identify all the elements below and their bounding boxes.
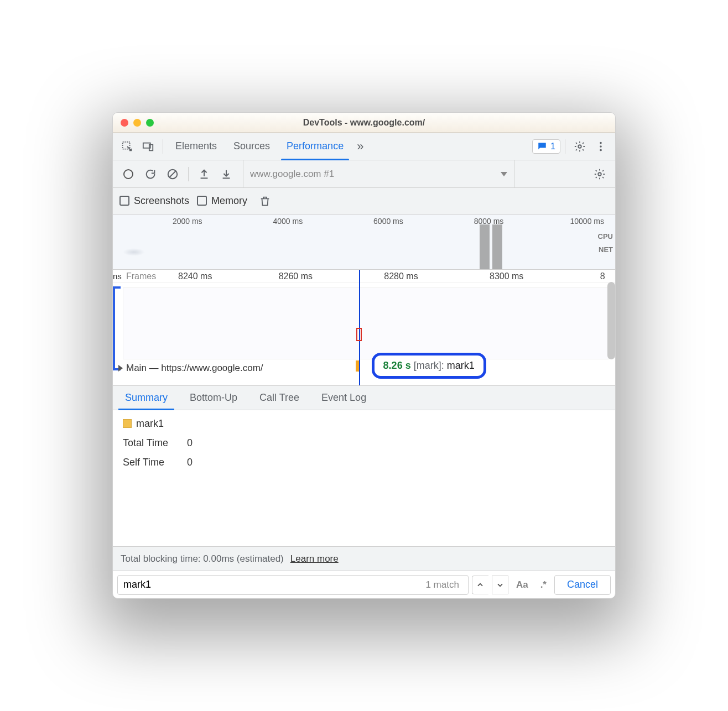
overview-ruler: 2000 ms 4000 ms 6000 ms 8000 ms 10000 ms — [113, 217, 615, 226]
timing-marker[interactable] — [356, 328, 362, 341]
minimize-window-button[interactable] — [133, 119, 141, 127]
record-button[interactable] — [118, 164, 138, 184]
svg-point-5 — [600, 145, 602, 148]
flame-ruler: ns Frames 8240 ms 8260 ms 8280 ms 8300 m… — [113, 270, 615, 283]
flame-chart[interactable]: ns Frames 8240 ms 8260 ms 8280 ms 8300 m… — [113, 270, 615, 386]
learn-more-link[interactable]: Learn more — [290, 553, 339, 564]
frames-track-label: Frames — [126, 271, 156, 281]
recording-name: www.google.com #1 — [250, 169, 334, 180]
memory-checkbox[interactable]: Memory — [197, 195, 247, 207]
inspect-element-icon[interactable] — [117, 137, 137, 156]
task-sliver[interactable] — [356, 360, 359, 372]
tab-bottom-up[interactable]: Bottom-Up — [181, 386, 246, 410]
selection-bracket — [113, 286, 121, 370]
search-bar: 1 match Aa .* Cancel — [113, 571, 615, 598]
maximize-window-button[interactable] — [146, 119, 154, 127]
tooltip-time: 8.26 s — [383, 360, 411, 371]
regex-toggle[interactable]: .* — [536, 579, 551, 590]
prev-match-button[interactable] — [472, 576, 488, 594]
tab-overflow[interactable]: » — [352, 133, 368, 160]
svg-point-3 — [578, 145, 581, 148]
tab-performance[interactable]: Performance — [279, 133, 351, 160]
recording-select[interactable]: www.google.com #1 — [243, 160, 514, 187]
capture-options: Screenshots Memory — [113, 188, 615, 215]
feedback-badge[interactable]: 1 — [532, 139, 560, 154]
main-tabs: Elements Sources Performance » 1 — [113, 133, 615, 160]
traffic-lights — [121, 119, 154, 127]
devtools-window: DevTools - www.google.com/ Elements Sour… — [112, 112, 616, 599]
clear-icon[interactable] — [163, 164, 183, 184]
screenshots-checkbox[interactable]: Screenshots — [119, 195, 189, 207]
separator — [163, 139, 163, 154]
device-toolbar-icon[interactable] — [138, 137, 158, 156]
search-input[interactable] — [123, 579, 425, 590]
settings-icon[interactable] — [570, 137, 590, 156]
timing-tooltip: 8.26 s [mark]: mark1 — [372, 353, 486, 379]
summary-event-name: mark1 — [123, 418, 605, 430]
main-thread-label: Main — https://www.google.com/ — [126, 363, 263, 374]
blocking-time-text: Total blocking time: 0.00ms (estimated) — [121, 553, 284, 564]
upload-icon[interactable] — [194, 164, 214, 184]
blocking-time-footer: Total blocking time: 0.00ms (estimated) … — [113, 546, 615, 571]
tab-sources[interactable]: Sources — [226, 133, 278, 160]
capture-settings-icon[interactable] — [590, 164, 610, 184]
tab-event-log[interactable]: Event Log — [313, 386, 375, 410]
search-input-wrapper: 1 match — [117, 575, 469, 595]
feedback-count: 1 — [550, 142, 555, 151]
next-match-button[interactable] — [492, 576, 508, 594]
close-window-button[interactable] — [121, 119, 128, 127]
svg-point-8 — [598, 172, 601, 176]
self-time-row: Self Time 0 — [123, 457, 605, 468]
color-swatch — [123, 419, 132, 428]
window-title: DevTools - www.google.com/ — [113, 118, 615, 128]
chevron-down-icon — [501, 172, 507, 176]
overview-lane-labels: CPU NET — [598, 230, 613, 257]
flame-scrollbar[interactable] — [607, 282, 615, 359]
main-thread-row[interactable]: Main — https://www.google.com/ — [118, 363, 263, 374]
tooltip-name: mark1 — [447, 360, 475, 371]
case-sensitive-toggle[interactable]: Aa — [512, 579, 533, 590]
performance-toolbar: www.google.com #1 — [113, 160, 615, 188]
garbage-collect-icon[interactable] — [255, 191, 275, 211]
match-count: 1 match — [425, 579, 459, 590]
tooltip-type: [mark]: — [414, 360, 444, 371]
reload-record-icon[interactable] — [141, 164, 160, 184]
overview-window-handle[interactable] — [492, 224, 502, 269]
total-time-row: Total Time 0 — [123, 437, 605, 449]
timeline-overview[interactable]: 2000 ms 4000 ms 6000 ms 8000 ms 10000 ms… — [113, 215, 615, 270]
separator — [188, 167, 189, 181]
svg-point-6 — [600, 149, 602, 151]
summary-panel: mark1 Total Time 0 Self Time 0 — [113, 410, 615, 546]
tab-summary[interactable]: Summary — [116, 386, 176, 410]
tab-call-tree[interactable]: Call Tree — [251, 386, 308, 410]
timings-track[interactable] — [123, 287, 609, 359]
svg-point-4 — [600, 142, 602, 144]
detail-tabs: Summary Bottom-Up Call Tree Event Log — [113, 386, 615, 410]
overview-window-handle[interactable] — [480, 224, 490, 269]
kebab-menu-icon[interactable] — [591, 137, 611, 156]
titlebar: DevTools - www.google.com/ — [113, 113, 615, 133]
cpu-activity-bump — [123, 248, 145, 256]
expand-icon — [118, 365, 123, 372]
tab-elements[interactable]: Elements — [168, 133, 225, 160]
separator — [565, 139, 565, 154]
download-icon[interactable] — [216, 164, 236, 184]
cancel-button[interactable]: Cancel — [554, 575, 611, 595]
